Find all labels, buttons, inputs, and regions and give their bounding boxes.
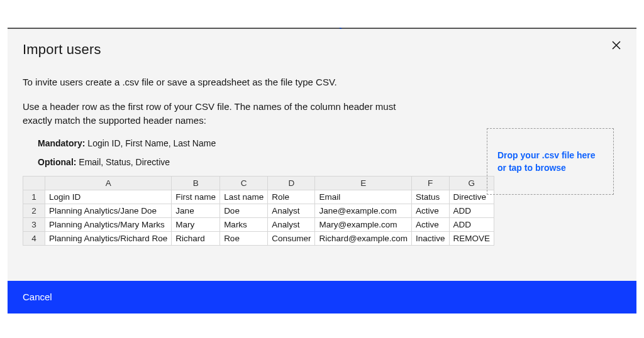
data-cell: Analyst — [268, 204, 315, 217]
data-cell: Active — [411, 217, 449, 231]
col-letter: F — [411, 176, 449, 190]
data-cell: REMOVE — [449, 231, 494, 245]
close-button[interactable] — [611, 40, 621, 53]
dialog-title: Import users — [23, 41, 621, 58]
header-cell: Login ID — [45, 190, 172, 204]
data-cell: Doe — [220, 204, 268, 217]
data-cell: Planning Analytics/Jane Doe — [45, 204, 172, 217]
optional-label: Optional: — [38, 157, 76, 167]
close-icon — [611, 41, 621, 52]
col-letter: B — [172, 176, 220, 190]
col-letter: D — [268, 176, 315, 190]
mandatory-fields: Login ID, First Name, Last Name — [87, 138, 216, 148]
header-cell: First name — [172, 190, 220, 204]
dialog-footer: Cancel — [8, 281, 636, 313]
col-letter: E — [315, 176, 412, 190]
col-letter: A — [45, 176, 172, 190]
example-spreadsheet: ABCDEFG1Login IDFirst nameLast nameRoleE… — [23, 176, 494, 246]
data-cell: Planning Analytics/Mary Marks — [45, 217, 172, 231]
col-letter: C — [220, 176, 268, 190]
cancel-label: Cancel — [23, 292, 52, 302]
header-cell: Last name — [220, 190, 268, 204]
description-1: To invite users create a .csv file or sa… — [23, 75, 425, 90]
drop-zone-text: Drop your .csv file here or tap to brows… — [497, 149, 603, 175]
data-cell: Analyst — [268, 217, 315, 231]
header-cell: Role — [268, 190, 315, 204]
data-cell: Mary — [172, 217, 220, 231]
data-cell: Inactive — [411, 231, 449, 245]
data-cell: Active — [411, 204, 449, 217]
optional-fields: Email, Status, Directive — [79, 157, 170, 167]
data-cell: Roe — [220, 231, 268, 245]
data-cell: Jane@example.com — [315, 204, 412, 217]
data-cell: ADD — [449, 204, 494, 217]
file-drop-zone[interactable]: Drop your .csv file here or tap to brows… — [487, 128, 614, 195]
import-users-dialog: Import users To invite users create a .c… — [8, 29, 636, 281]
data-cell: Consumer — [268, 231, 315, 245]
row-number: 4 — [23, 231, 45, 245]
description-2: Use a header row as the first row of you… — [23, 100, 425, 128]
data-cell: Planning Analytics/Richard Roe — [45, 231, 172, 245]
data-cell: Jane — [172, 204, 220, 217]
row-number: 2 — [23, 204, 45, 217]
data-cell: Richard — [172, 231, 220, 245]
data-cell: Mary@example.com — [315, 217, 412, 231]
row-number: 3 — [23, 217, 45, 231]
cancel-button[interactable]: Cancel — [8, 292, 67, 302]
mandatory-label: Mandatory: — [38, 138, 85, 148]
data-cell: Marks — [220, 217, 268, 231]
row-number: 1 — [23, 190, 45, 204]
data-cell: Richard@example.com — [315, 231, 412, 245]
data-cell: ADD — [449, 217, 494, 231]
header-cell: Status — [411, 190, 449, 204]
header-cell: Email — [315, 190, 412, 204]
